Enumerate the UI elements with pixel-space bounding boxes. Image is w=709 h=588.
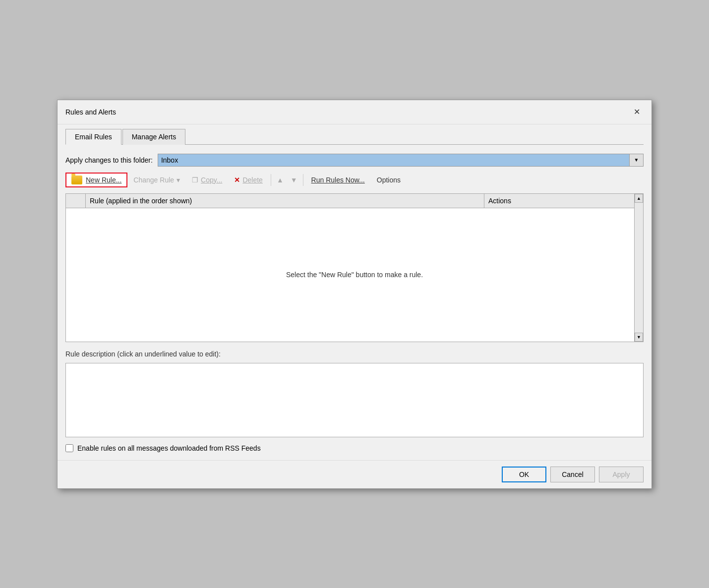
separator-2 <box>303 174 303 186</box>
folder-label: Apply changes to this folder: <box>65 156 153 164</box>
title-bar: Rules and Alerts ✕ <box>58 100 651 124</box>
ok-button[interactable]: OK <box>502 467 546 482</box>
rss-checkbox-label: Enable rules on all messages downloaded … <box>77 444 261 452</box>
bottom-buttons: OK Cancel Apply <box>58 460 651 488</box>
delete-button[interactable]: ✕ Delete <box>228 173 268 187</box>
dialog-content: Email Rules Manage Alerts Apply changes … <box>58 124 651 460</box>
rules-table: Rule (applied in the order shown) Action… <box>65 193 644 342</box>
new-rule-label: New Rule... <box>86 176 121 184</box>
run-rules-button[interactable]: Run Rules Now... <box>305 173 371 187</box>
col-rule: Rule (applied in the order shown) <box>86 194 484 208</box>
change-rule-arrow: ▾ <box>177 176 180 184</box>
dialog-title: Rules and Alerts <box>65 108 116 116</box>
close-button[interactable]: ✕ <box>630 105 644 119</box>
rules-table-header: Rule (applied in the order shown) Action… <box>66 194 643 208</box>
apply-button[interactable]: Apply <box>599 467 644 482</box>
delete-label: Delete <box>242 176 262 184</box>
empty-rules-message: Select the "New Rule" button to make a r… <box>286 271 423 279</box>
rss-checkbox[interactable] <box>65 444 73 452</box>
change-rule-label: Change Rule <box>133 176 174 184</box>
change-rule-button[interactable]: Change Rule ▾ <box>127 173 186 187</box>
separator-1 <box>271 174 271 186</box>
tabs-container: Email Rules Manage Alerts <box>65 128 644 145</box>
folder-value: Inbox <box>158 154 629 166</box>
move-down-icon: ▼ <box>291 176 297 184</box>
rules-scrollbar[interactable]: ▲ ▼ <box>634 194 643 342</box>
folder-icon <box>71 176 82 184</box>
tab-manage-alerts[interactable]: Manage Alerts <box>122 129 186 145</box>
rss-checkbox-row: Enable rules on all messages downloaded … <box>65 444 644 452</box>
options-label: Options <box>377 176 401 184</box>
run-rules-label: Run Rules Now... <box>311 176 365 184</box>
rules-and-alerts-dialog: Rules and Alerts ✕ Email Rules Manage Al… <box>57 100 652 489</box>
copy-icon: ❐ <box>192 176 198 184</box>
copy-label: Copy... <box>201 176 222 184</box>
new-rule-button[interactable]: New Rule... <box>65 173 127 187</box>
tab-email-rules[interactable]: Email Rules <box>65 129 121 145</box>
rule-description-box <box>65 363 644 437</box>
scrollbar-up[interactable]: ▲ <box>635 194 643 203</box>
scrollbar-down[interactable]: ▼ <box>635 333 643 342</box>
cancel-button[interactable]: Cancel <box>550 467 595 482</box>
delete-icon: ✕ <box>234 176 240 184</box>
col-check <box>66 194 86 208</box>
folder-dropdown-arrow[interactable]: ▼ <box>629 154 643 166</box>
folder-row: Apply changes to this folder: Inbox ▼ <box>65 154 644 167</box>
move-up-icon: ▲ <box>277 176 284 184</box>
rules-table-body: Select the "New Rule" button to make a r… <box>66 208 643 342</box>
col-actions: Actions <box>484 194 643 208</box>
rule-description-label: Rule description (click an underlined va… <box>65 350 644 358</box>
copy-button[interactable]: ❐ Copy... <box>186 173 228 187</box>
move-down-button[interactable]: ▼ <box>287 175 301 185</box>
folder-select[interactable]: Inbox ▼ <box>158 154 644 167</box>
options-button[interactable]: Options <box>371 173 407 187</box>
toolbar: New Rule... Change Rule ▾ ❐ Copy... ✕ De… <box>65 172 644 188</box>
move-up-button[interactable]: ▲ <box>273 175 287 185</box>
